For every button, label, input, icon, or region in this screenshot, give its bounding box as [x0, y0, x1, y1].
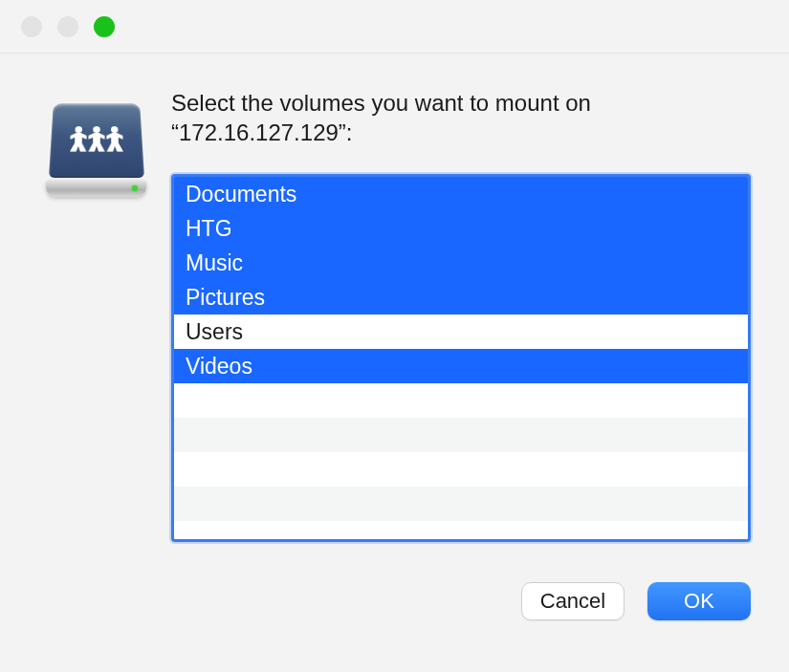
volume-label: Documents	[186, 182, 296, 207]
prompt-text: Select the volumes you want to mount on …	[171, 88, 751, 147]
minimize-window-button[interactable]	[57, 16, 78, 37]
volume-label: Music	[186, 250, 243, 276]
cancel-button[interactable]: Cancel	[521, 582, 625, 620]
volume-label: HTG	[186, 216, 232, 242]
volume-row-videos[interactable]: Videos	[174, 349, 748, 383]
empty-row	[174, 383, 748, 418]
ok-button[interactable]: OK	[647, 582, 751, 620]
zoom-window-button[interactable]	[94, 16, 115, 37]
dialog-content: Select the volumes you want to mount on …	[0, 54, 789, 561]
volume-row-music[interactable]: Music	[174, 246, 748, 280]
button-row: Cancel OK	[0, 561, 789, 620]
volume-row-htg[interactable]: HTG	[174, 211, 748, 246]
main-column: Select the volumes you want to mount on …	[171, 88, 751, 542]
volume-row-documents[interactable]: Documents	[174, 177, 748, 211]
volume-row-users[interactable]: Users	[174, 314, 748, 349]
empty-row	[174, 521, 748, 542]
volume-row-pictures[interactable]: Pictures	[174, 280, 748, 314]
network-drive-icon	[46, 94, 146, 204]
window-titlebar	[0, 0, 789, 54]
empty-row	[174, 452, 748, 487]
volume-label: Users	[186, 319, 243, 345]
volume-label: Pictures	[186, 285, 265, 311]
empty-row	[174, 418, 748, 452]
close-window-button[interactable]	[21, 16, 42, 37]
volume-label: Videos	[186, 354, 252, 379]
volumes-listbox[interactable]: Documents HTG Music Pictures Users Video…	[171, 174, 751, 542]
empty-row	[174, 487, 748, 521]
icon-column	[46, 88, 146, 542]
